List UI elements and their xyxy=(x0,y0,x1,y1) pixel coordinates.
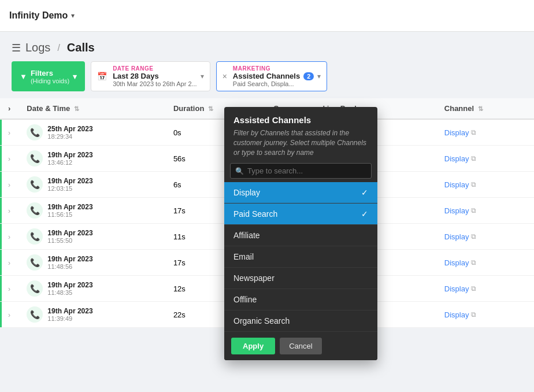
row-expand-cell[interactable]: › xyxy=(0,250,18,276)
call-icon: 📞 xyxy=(27,306,43,323)
expand-icon[interactable]: › xyxy=(8,181,10,189)
check-icon: ✓ xyxy=(361,188,368,197)
dropdown-item[interactable]: Email xyxy=(224,246,377,267)
copy-icon[interactable]: ⧉ xyxy=(471,284,476,293)
date-range-sub: 30th Mar 2023 to 26th Apr 2... xyxy=(113,80,197,87)
filters-bar: ▼ Filters (Hiding voids) ▾ 📅 DATE RANGE … xyxy=(0,61,534,98)
channel-value[interactable]: Display ⧉ xyxy=(444,258,526,267)
call-icon: 📞 xyxy=(27,150,43,167)
copy-icon[interactable]: ⧉ xyxy=(471,154,476,162)
dropdown-item-label: Affiliate xyxy=(233,231,260,240)
call-icon: 📞 xyxy=(27,228,43,245)
page-header: ☰ Logs / Calls xyxy=(0,32,534,61)
channel-value[interactable]: Display ⧉ xyxy=(444,128,526,137)
channel-value[interactable]: Display ⧉ xyxy=(444,310,526,319)
dropdown-title: Assisted Channels xyxy=(224,107,377,128)
channel-value[interactable]: Display ⧉ xyxy=(444,180,526,189)
duration-sort-icon[interactable]: ⇅ xyxy=(208,105,213,112)
date-range-value: Last 28 Days xyxy=(113,72,197,80)
row-expand-cell[interactable]: › xyxy=(0,146,18,172)
marketing-close[interactable]: × xyxy=(222,72,227,81)
page-title: Calls xyxy=(67,41,95,54)
row-channel: Display ⧉ xyxy=(436,250,534,276)
row-time: 11:56:15 xyxy=(47,211,92,218)
copy-icon[interactable]: ⧉ xyxy=(471,258,476,267)
expand-all-icon[interactable]: › xyxy=(8,104,10,113)
row-expand-cell[interactable]: › xyxy=(0,172,18,198)
apply-button[interactable]: Apply xyxy=(231,338,275,354)
channel-value[interactable]: Display ⧉ xyxy=(444,232,526,241)
row-datetime: 📞 19th Apr 2023 11:39:49 xyxy=(18,302,165,328)
row-date: 19th Apr 2023 xyxy=(47,307,92,315)
expand-icon[interactable]: › xyxy=(8,155,10,163)
col-datetime: Date & Time ⇅ xyxy=(18,98,165,119)
row-date: 19th Apr 2023 xyxy=(47,151,92,159)
channel-sort-icon[interactable]: ⇅ xyxy=(478,105,483,112)
row-channel: Display ⧉ xyxy=(436,146,534,172)
row-time: 13:46:12 xyxy=(47,159,92,166)
expand-icon[interactable]: › xyxy=(8,285,10,293)
calendar-icon: 📅 xyxy=(97,72,107,81)
channel-value[interactable]: Display ⧉ xyxy=(444,206,526,215)
date-range-label: DATE RANGE xyxy=(113,65,197,72)
row-expand-cell[interactable]: › xyxy=(0,302,18,328)
filters-chevron: ▾ xyxy=(73,72,77,81)
dropdown-item[interactable]: Offline xyxy=(224,289,377,310)
col-expand: › xyxy=(0,98,18,119)
channel-value[interactable]: Display ⧉ xyxy=(444,284,526,293)
copy-icon[interactable]: ⧉ xyxy=(471,310,476,319)
top-nav: Infinity Demo ▾ xyxy=(0,0,534,32)
row-expand-cell[interactable]: › xyxy=(0,276,18,302)
dropdown-item[interactable]: Affiliate xyxy=(224,224,377,246)
expand-icon[interactable]: › xyxy=(8,259,10,267)
cancel-button[interactable]: Cancel xyxy=(280,338,321,354)
row-date: 19th Apr 2023 xyxy=(47,281,92,289)
dropdown-item[interactable]: Newspaper xyxy=(224,267,377,289)
expand-icon[interactable]: › xyxy=(8,233,10,241)
row-time: 11:39:49 xyxy=(47,315,92,322)
row-channel: Display ⧉ xyxy=(436,302,534,328)
dropdown-item-label: Organic Search xyxy=(233,316,290,326)
dropdown-description: Filter by Channels that assisted in the … xyxy=(224,128,377,163)
row-expand-cell[interactable]: › xyxy=(0,119,18,146)
row-expand-cell[interactable]: › xyxy=(0,198,18,224)
channel-value[interactable]: Display ⧉ xyxy=(444,154,526,163)
call-icon: 📞 xyxy=(27,280,43,297)
app-title-chevron[interactable]: ▾ xyxy=(71,12,75,20)
copy-icon[interactable]: ⧉ xyxy=(471,128,476,136)
date-range-chip[interactable]: 📅 DATE RANGE Last 28 Days 30th Mar 2023 … xyxy=(91,61,210,91)
row-time: 11:55:50 xyxy=(47,237,92,244)
copy-icon[interactable]: ⧉ xyxy=(471,206,476,215)
dropdown-search-box[interactable]: 🔍 xyxy=(230,163,372,179)
row-expand-cell[interactable]: › xyxy=(0,224,18,250)
app-title: Infinity Demo xyxy=(9,10,68,21)
marketing-chip[interactable]: × MARKETING Assisted Channels 2 Paid Sea… xyxy=(216,61,328,91)
expand-icon[interactable]: › xyxy=(8,311,10,319)
row-datetime: 📞 19th Apr 2023 11:48:35 xyxy=(18,276,165,302)
check-icon: ✓ xyxy=(361,209,368,219)
row-date: 25th Apr 2023 xyxy=(47,125,92,133)
dropdown-item-label: Offline xyxy=(233,295,257,304)
marketing-value: Assisted Channels xyxy=(233,72,300,80)
row-time: 11:48:56 xyxy=(47,263,92,270)
dropdown-item[interactable]: Paid Search ✓ xyxy=(224,203,377,224)
row-datetime: 📞 19th Apr 2023 11:55:50 xyxy=(18,224,165,250)
row-datetime: 📞 19th Apr 2023 11:56:15 xyxy=(18,198,165,224)
marketing-label: MARKETING xyxy=(233,65,314,72)
copy-icon[interactable]: ⧉ xyxy=(471,180,476,188)
dropdown-item-label: Display xyxy=(233,188,260,197)
filters-button[interactable]: ▼ Filters (Hiding voids) ▾ xyxy=(12,61,85,91)
dropdown-item[interactable]: Display ✓ xyxy=(224,182,377,203)
copy-icon[interactable]: ⧉ xyxy=(471,232,476,241)
expand-icon[interactable]: › xyxy=(8,129,10,137)
breadcrumb-logs[interactable]: Logs xyxy=(25,41,50,54)
datetime-sort-icon[interactable]: ⇅ xyxy=(74,105,79,112)
expand-icon[interactable]: › xyxy=(8,207,10,215)
row-time: 12:03:15 xyxy=(47,185,92,192)
dropdown-item[interactable]: Organic Search xyxy=(224,310,377,331)
row-channel: Display ⧉ xyxy=(436,276,534,302)
breadcrumb-separator: / xyxy=(57,43,60,53)
row-datetime: 📞 25th Apr 2023 18:29:34 xyxy=(18,119,165,146)
call-icon: 📞 xyxy=(27,202,43,219)
dropdown-search-input[interactable] xyxy=(247,167,366,175)
